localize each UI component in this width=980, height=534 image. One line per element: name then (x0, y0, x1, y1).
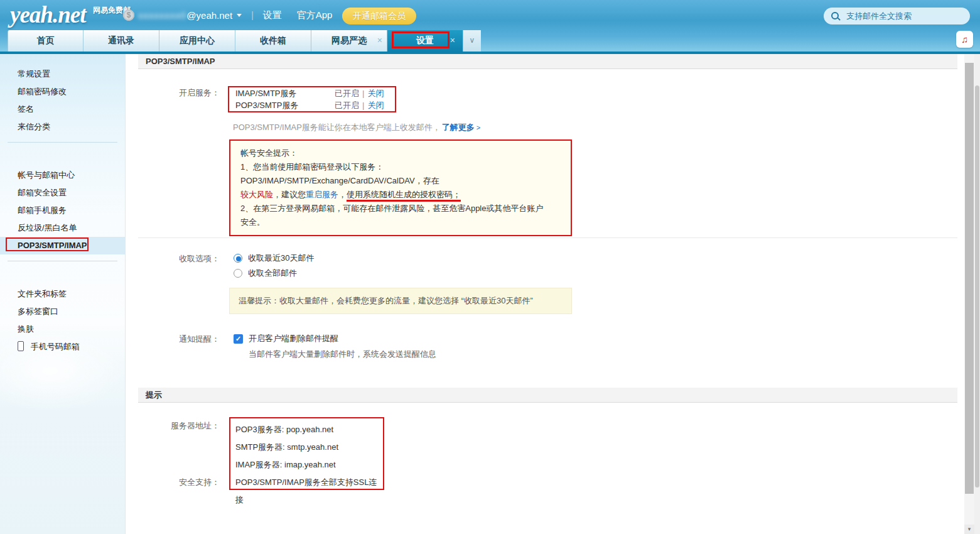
sidebar-item-mail-classify[interactable]: 来信分类 (0, 118, 125, 136)
radio-unchecked-icon[interactable] (234, 269, 242, 278)
annotation-box (392, 31, 450, 48)
notice-text: ， (338, 190, 347, 199)
open-vip-button[interactable]: 开通邮箱会员 (342, 8, 416, 25)
notify-checkbox-row[interactable]: ✓ 开启客户端删除邮件提醒 (234, 333, 338, 344)
sidebar-divider (8, 261, 117, 278)
sidebar-item-security[interactable]: 邮箱安全设置 (0, 184, 125, 202)
tab-contacts[interactable]: 通讯录 (83, 30, 159, 52)
server-address-label: 服务器地址： (138, 420, 220, 432)
tab-label: 网易严选 (331, 35, 367, 45)
radio-label: 收取最近30天邮件 (248, 253, 314, 264)
receive-label: 收取选项： (138, 253, 220, 264)
settings-sidebar: 常规设置 邮箱密码修改 签名 来信分类 帐号与邮箱中心 邮箱安全设置 邮箱手机服… (0, 54, 126, 534)
tab-home[interactable]: 首页 (8, 30, 83, 52)
receive-tip-box: 温馨提示：收取大量邮件，会耗费您更多的流量，建议您选择 “收取最近30天邮件” (229, 288, 572, 314)
notice-line-2: 较大风险，建议您重启服务，使用系统随机生成的授权密码； (240, 188, 561, 202)
tab-settings[interactable]: 设置 × (387, 30, 463, 52)
underlined-auth-text: 使用系统随机生成的授权密码； (347, 190, 461, 202)
checkbox-checked-icon[interactable]: ✓ (234, 334, 243, 344)
sidebar-item-pop3-smtp-imap[interactable]: POP3/SMTP/IMAP (0, 237, 125, 254)
imap-server-row: IMAP服务器: imap.yeah.net (235, 456, 383, 474)
account-bar: $ xxxxxxxx0 @yeah.net | 设置 官方App (123, 8, 347, 22)
sidebar-item-multitab[interactable]: 多标签窗口 (0, 303, 125, 320)
header-divider: | (251, 10, 254, 20)
sidebar-item-folders-tags[interactable]: 文件夹和标签 (0, 285, 125, 303)
sidebar-item-account-center[interactable]: 帐号与邮箱中心 (0, 166, 125, 184)
sidebar-divider (8, 142, 117, 160)
close-icon[interactable]: × (450, 30, 455, 51)
notice-text: ，建议您 (273, 190, 306, 199)
radio-label: 收取全部邮件 (248, 268, 297, 279)
tab-yanxuan[interactable]: 网易严选 × (311, 30, 387, 52)
scrollbar-thumb[interactable] (965, 63, 974, 494)
sidebar-menu: 常规设置 邮箱密码修改 签名 来信分类 帐号与邮箱中心 邮箱安全设置 邮箱手机服… (0, 54, 125, 356)
main-content: POP3/SMTP/IMAP 开启服务： IMAP/SMTP服务 已开启 | 关… (126, 54, 964, 534)
sidebar-item-general[interactable]: 常规设置 (0, 65, 125, 83)
receive-option-recent[interactable]: 收取最近30天邮件 (234, 253, 314, 264)
checkbox-label: 开启客户端删除邮件提醒 (249, 333, 338, 344)
learn-more-link[interactable]: 了解更多 (442, 123, 475, 132)
server-address-box: POP3服务器: pop.yeah.net SMTP服务器: smtp.yeah… (229, 417, 384, 490)
pop3-server-row: POP3服务器: pop.yeah.net (235, 421, 383, 439)
smtp-server-row: SMTP服务器: smtp.yeah.net (235, 439, 383, 456)
service-status-box: IMAP/SMTP服务 已开启 | 关闭 POP3/SMTP服务 已开启 | 关… (228, 86, 396, 112)
close-icon[interactable]: × (377, 30, 382, 51)
search-box[interactable] (824, 8, 970, 25)
sidebar-item-phone-mail[interactable]: 手机号码邮箱 (0, 338, 125, 356)
search-input[interactable] (846, 11, 970, 21)
radio-checked-icon[interactable] (234, 254, 242, 263)
close-service-link[interactable]: 关闭 (367, 88, 384, 99)
notice-line-3: 2、在第三方登录网易邮箱，可能存在邮件泄露风险，甚至危害Apple或其他平台账户 (240, 202, 561, 215)
service-label: 开启服务： (138, 87, 220, 99)
notice-line-1: 1、您当前使用邮箱密码登录以下服务：POP3/IMAP/SMTP/Exchang… (240, 160, 561, 188)
arrow-right-icon: > (477, 124, 480, 131)
sidebar-item-password[interactable]: 邮箱密码修改 (0, 83, 125, 101)
tab-app-center[interactable]: 应用中心 (159, 30, 235, 52)
service-name: POP3/SMTP服务 (235, 100, 335, 111)
scroll-down-button[interactable]: ▾ (964, 525, 974, 534)
sidebar-item-signature[interactable]: 签名 (0, 101, 125, 118)
service-row-pop3: POP3/SMTP服务 已开启 | 关闭 (235, 99, 389, 111)
tab-list-dropdown[interactable]: ∨ (463, 30, 481, 52)
tab-label: 应用中心 (180, 35, 215, 45)
tab-bar: 首页 通讯录 应用中心 收件箱 网易严选 × 设置 × ∨ (8, 30, 481, 52)
header-settings-link[interactable]: 设置 (263, 9, 282, 21)
chevron-down-icon[interactable] (237, 14, 242, 17)
service-description-text: POP3/SMTP/IMAP服务能让你在本地客户端上收发邮件， (233, 123, 441, 132)
account-email-masked: xxxxxxxx0 (138, 10, 186, 21)
tab-label: 首页 (37, 35, 55, 45)
tab-inbox[interactable]: 收件箱 (235, 30, 311, 52)
sidebar-item-skin[interactable]: 换肤 (0, 320, 125, 338)
phone-icon (18, 341, 24, 351)
notice-title: 帐号安全提示： (240, 146, 561, 160)
notify-subtext: 当邮件客户端大量删除邮件时，系统会发送提醒信息 (249, 349, 436, 360)
sidebar-item-antispam[interactable]: 反垃圾/黑白名单 (0, 219, 125, 237)
official-app-link[interactable]: 官方App (297, 9, 333, 21)
window-scrollbar[interactable] (974, 54, 980, 534)
notice-line-4: 安全。 (240, 215, 561, 229)
logo[interactable]: yeah.net 网易免费邮 (10, 1, 85, 28)
music-icon[interactable]: ♫ (956, 31, 973, 48)
account-email-domain[interactable]: @yeah.net (186, 10, 232, 21)
sidebar-item-mobile-service[interactable]: 邮箱手机服务 (0, 202, 125, 219)
tab-label: 收件箱 (260, 35, 286, 45)
chevron-down-icon: ∨ (470, 36, 475, 45)
annotation-box (6, 237, 89, 251)
service-name: IMAP/SMTP服务 (235, 88, 335, 99)
service-status: 已开启 (335, 88, 359, 99)
service-description: POP3/SMTP/IMAP服务能让你在本地客户端上收发邮件，了解更多> (233, 122, 480, 133)
service-status: 已开启 (335, 100, 359, 111)
service-row-imap: IMAP/SMTP服务 已开启 | 关闭 (235, 87, 389, 99)
divider: | (362, 101, 364, 110)
divider: | (362, 89, 364, 98)
sidebar-item-label: 手机号码邮箱 (31, 342, 80, 351)
scrollbar-thumb[interactable] (975, 85, 979, 488)
member-badge-icon: $ (123, 9, 134, 21)
restart-service-link[interactable]: 重启服务 (306, 190, 338, 199)
close-service-link[interactable]: 关闭 (367, 100, 384, 111)
receive-option-all[interactable]: 收取全部邮件 (234, 268, 297, 279)
notify-label: 通知提醒： (138, 334, 220, 345)
tab-label: 通讯录 (108, 35, 134, 45)
logo-text: yeah.net (10, 2, 85, 28)
content-scrollbar[interactable]: ▾ (964, 54, 974, 534)
